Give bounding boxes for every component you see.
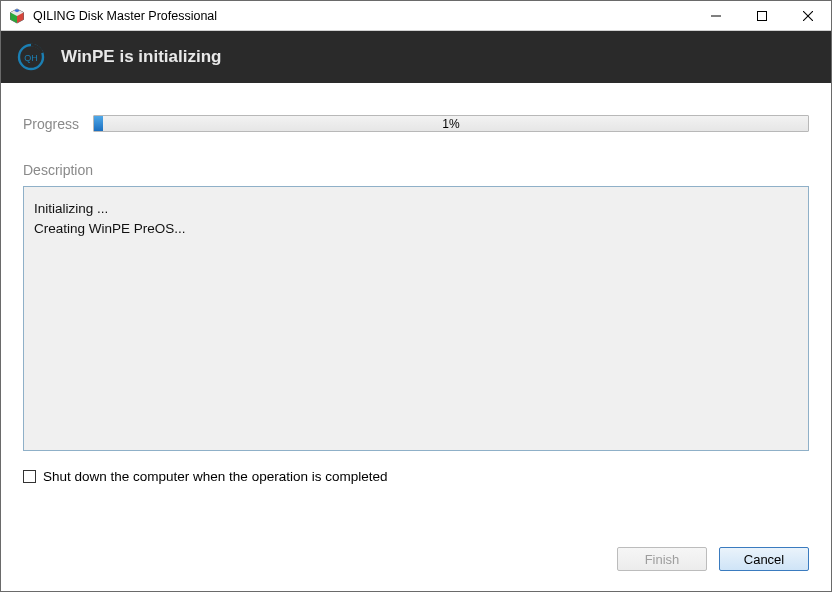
progress-bar: 1% (93, 115, 809, 132)
description-label: Description (23, 162, 809, 178)
shutdown-checkbox[interactable] (23, 470, 36, 483)
minimize-button[interactable] (693, 1, 739, 30)
progress-percent: 1% (94, 116, 808, 131)
svg-rect-6 (758, 11, 767, 20)
titlebar: QILING Disk Master Professional (1, 1, 831, 31)
finish-button: Finish (617, 547, 707, 571)
description-log: Initializing ... Creating WinPE PreOS... (23, 186, 809, 451)
shutdown-checkbox-row[interactable]: Shut down the computer when the operatio… (23, 469, 809, 484)
svg-text:QH: QH (24, 53, 38, 63)
close-button[interactable] (785, 1, 831, 30)
cancel-button[interactable]: Cancel (719, 547, 809, 571)
dialog-footer: Finish Cancel (1, 547, 831, 591)
app-window: QILING Disk Master Professional QH WinPE… (0, 0, 832, 592)
content-area: Progress 1% Description Initializing ...… (1, 83, 831, 547)
page-header: QH WinPE is initializing (1, 31, 831, 83)
app-logo-icon (9, 8, 25, 24)
maximize-button[interactable] (739, 1, 785, 30)
progress-row: Progress 1% (23, 115, 809, 132)
progress-label: Progress (23, 116, 79, 132)
page-heading: WinPE is initializing (61, 47, 221, 67)
shutdown-checkbox-label: Shut down the computer when the operatio… (43, 469, 387, 484)
winpe-icon: QH (17, 43, 45, 71)
window-title: QILING Disk Master Professional (33, 9, 693, 23)
window-controls (693, 1, 831, 30)
